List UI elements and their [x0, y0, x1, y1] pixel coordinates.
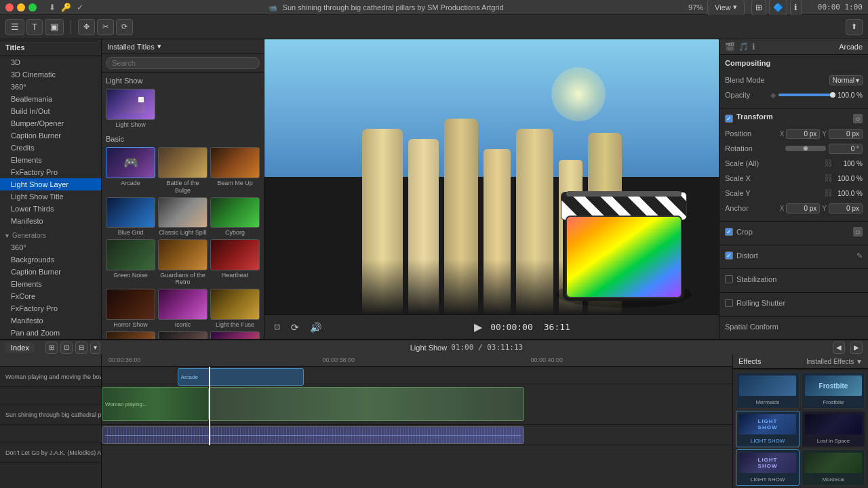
- panel-item-3d[interactable]: 3D: [0, 56, 101, 68]
- media-item-matchstick[interactable]: Matchstick: [106, 331, 155, 339]
- timeline-nav-prev[interactable]: ◀: [833, 342, 845, 354]
- stabilization-checkbox[interactable]: [725, 275, 733, 283]
- anchor-x-input[interactable]: 0 px: [786, 203, 820, 214]
- panel-item-build-in-out[interactable]: Build In/Out: [0, 105, 101, 117]
- timeline-zoom-dropdown[interactable]: ▾: [90, 342, 100, 354]
- trim-btn[interactable]: ✂: [97, 19, 114, 35]
- audio-inspector-icon[interactable]: 🎵: [738, 42, 749, 52]
- panel-item-fxfactory[interactable]: FxFactory Pro: [0, 166, 101, 178]
- effect-thumb-mermaids[interactable]: Mermaids: [736, 372, 800, 409]
- panel-item-manifesto[interactable]: Manifesto: [0, 215, 101, 227]
- clip-audio-main[interactable]: [102, 426, 524, 444]
- blend-mode-dropdown[interactable]: Normal ▾: [829, 75, 863, 85]
- distort-checkbox[interactable]: ✓: [725, 251, 733, 260]
- media-item-heartbeat[interactable]: Heartbeat: [210, 239, 260, 286]
- panel-item-gen-backgrounds[interactable]: Backgrounds: [0, 253, 101, 266]
- installed-effects-dropdown[interactable]: Installed Effects ▼: [806, 358, 863, 365]
- key-icon[interactable]: 🔑: [61, 3, 71, 12]
- position-y-input[interactable]: 0 px: [829, 129, 863, 139]
- media-item-michael[interactable]: Michael: [158, 331, 208, 339]
- transform-btn[interactable]: ✥: [78, 19, 95, 35]
- media-item-light-fuse[interactable]: Light the Fuse: [210, 289, 260, 328]
- panel-item-light-show-title[interactable]: Light Show Title: [0, 190, 101, 203]
- rotation-value[interactable]: 0 °: [829, 144, 863, 154]
- clip-cathedral[interactable]: [209, 387, 524, 421]
- play-button[interactable]: ▶: [471, 319, 485, 335]
- panel-item-bumper-opener[interactable]: Bumper/Opener: [0, 117, 101, 129]
- panel-item-elements[interactable]: Elements: [0, 154, 101, 166]
- position-x-input[interactable]: 0 px: [786, 129, 820, 139]
- transform-checkbox[interactable]: ✓: [725, 115, 733, 123]
- media-import-btn[interactable]: ☰: [5, 19, 24, 35]
- media-item-guardians[interactable]: Guardians of the Retro: [158, 239, 208, 286]
- audio-btn[interactable]: 🔊: [307, 321, 324, 334]
- info-inspector-icon[interactable]: ℹ: [752, 42, 755, 52]
- panel-item-caption-burner[interactable]: Caption Burner: [0, 129, 101, 142]
- check-icon[interactable]: ✓: [77, 3, 83, 12]
- rolling-shutter-checkbox[interactable]: [725, 299, 733, 307]
- installed-titles-label[interactable]: Installed Titles ▾: [107, 42, 161, 51]
- panel-item-light-show-layer[interactable]: Light Show Layer: [0, 178, 101, 190]
- effect-thumb-light-show-b[interactable]: LIGHTSHOW LIGHT SHOW: [736, 449, 800, 486]
- video-inspector-icon[interactable]: 🎬: [725, 42, 735, 52]
- media-item-battle[interactable]: Battle of the Bulge: [158, 147, 208, 194]
- media-item-beam[interactable]: Beam Me Up: [210, 147, 260, 194]
- panel-item-360[interactable]: 360°: [0, 81, 101, 93]
- transform-overlay-btn[interactable]: ⟳: [288, 321, 302, 334]
- info-btn[interactable]: ℹ: [790, 0, 802, 16]
- generators-header[interactable]: ▼ Generators: [0, 230, 101, 241]
- panel-item-lower-thirds[interactable]: Lower Thirds: [0, 203, 101, 215]
- panel-item-gen-360[interactable]: 360°: [0, 241, 101, 253]
- media-item-green-noise[interactable]: Green Noise: [106, 239, 155, 286]
- panel-item-beatlemania[interactable]: Beatlemania: [0, 93, 101, 105]
- panel-item-gen-manifesto[interactable]: Manifesto: [0, 314, 101, 327]
- timeline-playhead[interactable]: [209, 367, 210, 445]
- media-item-iconic[interactable]: Iconic: [158, 289, 208, 328]
- maximize-button[interactable]: [28, 3, 37, 12]
- media-item-arcade[interactable]: 🎮 Arcade: [106, 147, 155, 194]
- timeline-btn-2[interactable]: ⊡: [60, 342, 73, 354]
- inspector-toggle-btn[interactable]: 🔷: [769, 0, 787, 16]
- effect-thumb-frostbite[interactable]: Frostbite Frostbite: [802, 372, 865, 409]
- tab-index[interactable]: Index: [5, 342, 35, 353]
- timeline-btn-3[interactable]: ⊟: [75, 342, 87, 354]
- panel-item-3d-cinematic[interactable]: 3D Cinematic: [0, 68, 101, 81]
- aspect-ratio-btn[interactable]: ⊡: [271, 321, 283, 333]
- media-item-light-show[interactable]: LS Light Show: [106, 89, 155, 128]
- titles-btn[interactable]: T: [26, 19, 43, 35]
- media-item-horror[interactable]: Horror Show: [106, 289, 155, 328]
- crop-checkbox[interactable]: ✓: [725, 228, 733, 236]
- clip-arcade[interactable]: Arcade: [178, 368, 304, 386]
- media-item-classic[interactable]: Classic Light Spill: [158, 197, 208, 237]
- panel-item-gen-elements[interactable]: Elements: [0, 278, 101, 290]
- search-input[interactable]: [106, 57, 260, 69]
- download-icon[interactable]: ⬇: [49, 3, 56, 12]
- anchor-y-input[interactable]: 0 px: [829, 203, 863, 214]
- position-btn[interactable]: ⟳: [116, 19, 133, 35]
- media-item-blue-grid[interactable]: Blue Grid: [106, 197, 155, 237]
- media-item-multicolor[interactable]: Multicolor: [210, 331, 260, 339]
- effect-thumb-light-show-a[interactable]: LIGHTSHOW LIGHT SHOW: [736, 411, 800, 447]
- timeline-btn-1[interactable]: ⊞: [45, 342, 58, 354]
- panel-item-credits[interactable]: Credits: [0, 142, 101, 154]
- effect-thumb-lost-space[interactable]: Lost in Space: [802, 411, 865, 447]
- view-button[interactable]: View ▾: [707, 0, 745, 16]
- close-button[interactable]: [5, 3, 14, 12]
- generators-btn[interactable]: ▣: [45, 19, 64, 35]
- panel-item-gen-fxfactory[interactable]: FxFactory Pro: [0, 302, 101, 314]
- crop-edit-btn[interactable]: □: [853, 227, 863, 237]
- panel-item-gen-fxcore[interactable]: FxCore: [0, 290, 101, 302]
- opacity-slider[interactable]: [778, 94, 833, 96]
- panel-item-gen-pan-zoom[interactable]: Pan and Zoom: [0, 327, 101, 339]
- timeline-nav-next[interactable]: ▶: [850, 342, 863, 354]
- clip-violin[interactable]: Woman playing...: [102, 387, 209, 421]
- inspector-layout-btn[interactable]: ⊞: [751, 0, 766, 16]
- transform-keyframe-btn[interactable]: ◇: [853, 114, 863, 123]
- panel-item-gen-caption-burner[interactable]: Caption Burner: [0, 266, 101, 278]
- rotation-dial[interactable]: [785, 146, 826, 151]
- distort-edit-icon[interactable]: ✎: [856, 251, 863, 260]
- minimize-button[interactable]: [17, 3, 25, 12]
- effect-thumb-mordecai[interactable]: Mordecai: [802, 449, 865, 486]
- share-btn[interactable]: ⬆: [846, 19, 863, 35]
- media-item-cyborg[interactable]: Cyborg: [210, 197, 260, 237]
